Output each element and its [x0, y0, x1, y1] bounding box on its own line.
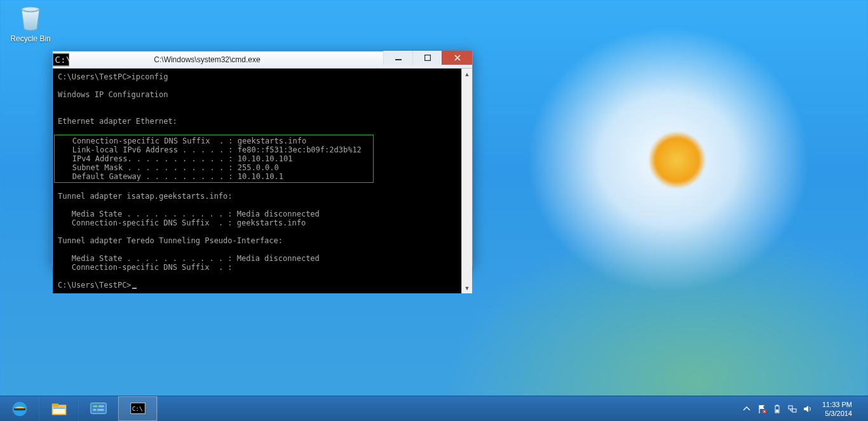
scroll-down-arrow-icon[interactable]: ▼	[462, 283, 472, 293]
svg-rect-15	[93, 409, 96, 411]
battery-icon	[772, 404, 782, 414]
taskbar-ie-button[interactable]	[0, 396, 39, 421]
svg-text:C:\: C:\	[132, 404, 142, 411]
cmd-line: C:\Users\TestPC>ipconfig	[58, 72, 168, 81]
svg-rect-16	[97, 409, 104, 411]
cmd-line: Media State . . . . . . . . . . . : Medi…	[72, 254, 320, 263]
chevron-up-icon	[742, 404, 752, 414]
file-explorer-icon	[50, 399, 69, 418]
cmd-scrollbar[interactable]: ▲ ▼	[461, 69, 472, 293]
tray-show-hidden-icons[interactable]	[741, 396, 752, 422]
svg-rect-9	[51, 403, 58, 406]
svg-rect-14	[98, 405, 104, 407]
taskbar-settings-button[interactable]	[79, 396, 118, 421]
recycle-bin-desktop-icon[interactable]: Recycle Bin	[6, 3, 55, 43]
svg-rect-12	[90, 403, 105, 413]
recycle-bin-icon	[15, 3, 46, 33]
taskbar[interactable]: C:\	[0, 396, 868, 421]
svg-rect-4	[395, 59, 402, 60]
tray-battery[interactable]	[771, 396, 783, 422]
svg-rect-22	[776, 410, 778, 412]
cmd-icon: C:\	[128, 399, 147, 418]
svg-rect-11	[53, 407, 65, 409]
flag-icon	[757, 404, 767, 414]
cmd-cursor	[132, 288, 137, 289]
tray-volume[interactable]	[802, 396, 813, 422]
taskbar-cmd-button[interactable]: C:\	[118, 396, 158, 421]
svg-rect-13	[93, 405, 97, 407]
recycle-bin-label: Recycle Bin	[6, 34, 55, 43]
internet-explorer-icon	[10, 399, 29, 418]
cmd-titlebar[interactable]: C:\ C:\Windows\system32\cmd.exe	[53, 51, 472, 69]
pc-settings-icon	[89, 399, 108, 418]
cmd-line: Connection-specific DNS Suffix . :	[72, 263, 233, 272]
minimize-button[interactable]	[383, 51, 412, 65]
svg-rect-7	[13, 408, 25, 410]
network-icon	[787, 404, 797, 414]
cmd-output-area[interactable]: C:\Users\TestPC>ipconfig Windows IP Conf…	[53, 69, 461, 293]
tray-network[interactable]	[787, 396, 798, 422]
svg-rect-24	[792, 409, 796, 412]
cmd-window[interactable]: C:\ C:\Windows\system32\cmd.exe C:\Users…	[52, 51, 473, 267]
cmd-line: IPv4 Address. . . . . . . . . . . : 10.1…	[72, 154, 293, 163]
close-button[interactable]	[442, 51, 472, 65]
cmd-line: Tunnel adapter Teredo Tunneling Pseudo-I…	[58, 236, 283, 245]
cmd-line: Connection-specific DNS Suffix . : geeks…	[72, 137, 306, 145]
cmd-line: Windows IP Configuration	[58, 90, 168, 99]
taskbar-explorer-button[interactable]	[39, 396, 79, 421]
cmd-line: Media State . . . . . . . . . . . : Medi…	[72, 210, 320, 218]
tray-action-center[interactable]	[756, 396, 768, 422]
scroll-up-arrow-icon[interactable]: ▲	[462, 69, 472, 79]
cmd-line: Default Gateway . . . . . . . . . : 10.1…	[72, 172, 283, 181]
maximize-button[interactable]	[412, 51, 442, 65]
cmd-line: Subnet Mask . . . . . . . . . . . : 255.…	[72, 163, 279, 172]
svg-rect-21	[776, 404, 778, 406]
cmd-line: Connection-specific DNS Suffix . : geeks…	[72, 218, 306, 227]
cmd-line: Ethernet adapter Ethernet:	[58, 117, 177, 126]
taskbar-date: 5/3/2014	[822, 409, 852, 418]
svg-rect-23	[789, 406, 792, 409]
cmd-line: C:\Users\TestPC>	[58, 281, 132, 290]
scroll-track[interactable]	[462, 79, 472, 283]
ipconfig-highlight-box: Connection-specific DNS Suffix . : geeks…	[54, 135, 374, 183]
speaker-icon	[803, 404, 813, 414]
taskbar-time: 11:33 PM	[822, 400, 852, 409]
cmd-line: Link-local IPv6 Address . . . . . : fe80…	[72, 145, 362, 154]
svg-rect-5	[424, 55, 430, 61]
cmd-line: Tunnel adapter isatap.geekstarts.info:	[58, 192, 233, 201]
taskbar-clock[interactable]: 11:33 PM 5/3/2014	[817, 400, 857, 418]
cmd-window-title: C:\Windows\system32\cmd.exe	[31, 55, 383, 64]
